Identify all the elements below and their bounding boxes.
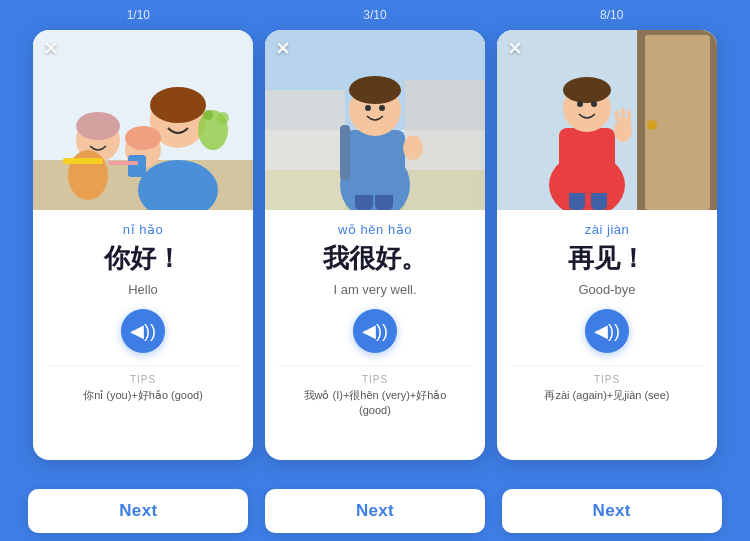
svg-point-11 <box>217 112 229 124</box>
svg-rect-15 <box>108 161 138 165</box>
svg-point-36 <box>647 120 657 130</box>
next-button-2[interactable]: Next <box>265 489 485 533</box>
top-bar: 1/10 3/10 8/10 <box>0 0 750 30</box>
svg-point-7 <box>68 150 108 200</box>
card-image-2: ✕ <box>265 30 485 210</box>
audio-btn-3[interactable]: ◀)) <box>585 309 629 353</box>
svg-point-30 <box>365 105 371 111</box>
flashcard-3: ✕ zài jiàn 再见！ Good-bye ◀)) Tips 再zài (a… <box>497 30 717 460</box>
audio-icon-2: ◀)) <box>362 320 388 342</box>
svg-rect-14 <box>63 158 103 164</box>
tip-section-2: Tips 我wǒ (I)+很hěn (very)+好hǎo (good) <box>279 365 471 427</box>
svg-point-4 <box>150 87 206 123</box>
next-button-3[interactable]: Next <box>502 489 722 533</box>
tip-section-1: Tips 你nǐ (you)+好hǎo (good) <box>47 365 239 411</box>
svg-point-31 <box>379 105 385 111</box>
translation-1: Hello <box>128 282 158 297</box>
cards-container: ✕ nǐ hǎo 你好！ Hello ◀)) Tips 你nǐ (you)+好h… <box>0 30 750 479</box>
close-btn-2[interactable]: ✕ <box>275 38 290 60</box>
audio-icon-3: ◀)) <box>594 320 620 342</box>
close-btn-3[interactable]: ✕ <box>507 38 522 60</box>
svg-rect-24 <box>345 130 405 195</box>
card-body-1: nǐ hǎo 你好！ Hello ◀)) Tips 你nǐ (you)+好hǎo… <box>33 210 253 460</box>
svg-rect-48 <box>627 110 631 120</box>
svg-rect-47 <box>621 108 625 118</box>
svg-point-9 <box>125 126 161 150</box>
tip-text-2: 我wǒ (I)+很hěn (very)+好hǎo (good) <box>289 388 461 419</box>
audio-btn-1[interactable]: ◀)) <box>121 309 165 353</box>
tip-label-1: Tips <box>57 374 229 385</box>
audio-btn-2[interactable]: ◀)) <box>353 309 397 353</box>
tip-text-3: 再zài (again)+见jiàn (see) <box>521 388 693 403</box>
tip-text-1: 你nǐ (you)+好hǎo (good) <box>57 388 229 403</box>
audio-icon-1: ◀)) <box>130 320 156 342</box>
tip-label-3: Tips <box>521 374 693 385</box>
translation-3: Good-bye <box>578 282 635 297</box>
svg-point-27 <box>349 76 401 104</box>
translation-2: I am very well. <box>333 282 416 297</box>
progress-1: 1/10 <box>28 8 248 22</box>
svg-rect-29 <box>407 136 419 144</box>
svg-rect-13 <box>128 155 146 177</box>
card-image-1: ✕ <box>33 30 253 210</box>
svg-rect-41 <box>559 128 615 193</box>
progress-2: 3/10 <box>265 8 485 22</box>
tip-section-3: Tips 再zài (again)+见jiàn (see) <box>511 365 703 411</box>
svg-point-12 <box>203 110 213 120</box>
chinese-3: 再见！ <box>568 241 646 276</box>
close-btn-1[interactable]: ✕ <box>43 38 58 60</box>
flashcard-2: ✕ wǒ hěn hǎo 我很好。 I am very well. ◀)) Ti… <box>265 30 485 460</box>
svg-rect-25 <box>340 125 350 180</box>
tip-label-2: Tips <box>289 374 461 385</box>
svg-point-6 <box>76 112 120 140</box>
chinese-1: 你好！ <box>104 241 182 276</box>
flashcard-1: ✕ nǐ hǎo 你好！ Hello ◀)) Tips 你nǐ (you)+好h… <box>33 30 253 460</box>
card-body-3: zài jiàn 再见！ Good-bye ◀)) Tips 再zài (aga… <box>497 210 717 460</box>
svg-point-50 <box>591 101 597 107</box>
next-button-1[interactable]: Next <box>28 489 248 533</box>
pinyin-2: wǒ hěn hǎo <box>338 222 412 237</box>
pinyin-1: nǐ hǎo <box>123 222 163 237</box>
progress-3: 8/10 <box>502 8 722 22</box>
card-image-3: ✕ <box>497 30 717 210</box>
svg-rect-19 <box>265 90 345 210</box>
pinyin-3: zài jiàn <box>585 222 629 237</box>
svg-point-43 <box>563 77 611 103</box>
chinese-2: 我很好。 <box>323 241 427 276</box>
svg-point-49 <box>577 101 583 107</box>
card-body-2: wǒ hěn hǎo 我很好。 I am very well. ◀)) Tips… <box>265 210 485 460</box>
svg-rect-46 <box>615 110 619 120</box>
bottom-bar: Next Next Next <box>0 479 750 541</box>
